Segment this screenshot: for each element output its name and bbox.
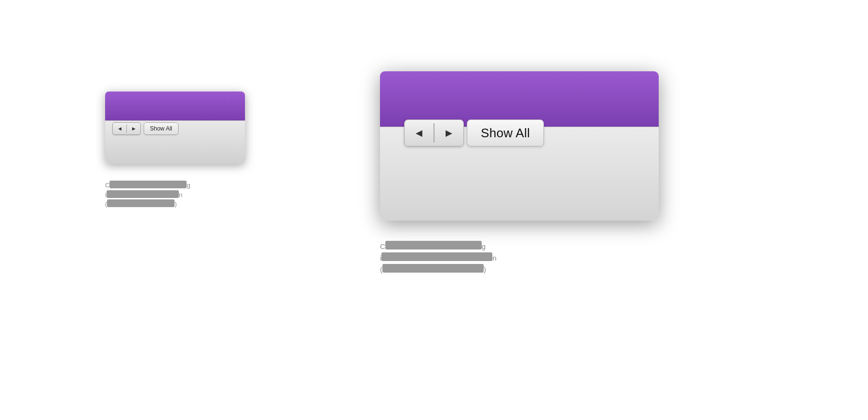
caption-large: C g i n ( ): [380, 241, 544, 276]
nav-buttons-small: ◀ ▶: [112, 122, 141, 135]
caption-text-small-line3: ( ): [105, 200, 177, 208]
caption-text-small-line2: i n: [105, 191, 182, 198]
nav-buttons-large: ◀ ▶: [404, 119, 464, 146]
forward-button-small[interactable]: ▶: [127, 122, 140, 135]
show-all-button-large[interactable]: Show All: [467, 119, 544, 146]
titlebar-small: [105, 92, 245, 120]
forward-button-large[interactable]: ▶: [434, 119, 463, 146]
back-button-large[interactable]: ◀: [405, 119, 434, 146]
show-all-button-small[interactable]: Show All: [144, 122, 178, 135]
caption-small: C g i n ( ): [105, 181, 245, 209]
caption-text-large-line1: C g: [380, 242, 486, 250]
titlebar-large: [380, 71, 659, 127]
caption-text-small-line1: C g: [105, 182, 190, 189]
caption-text-large-line3: ( ): [380, 265, 486, 274]
caption-text-large-line2: i n: [380, 254, 497, 262]
back-button-small[interactable]: ◀: [113, 122, 126, 135]
